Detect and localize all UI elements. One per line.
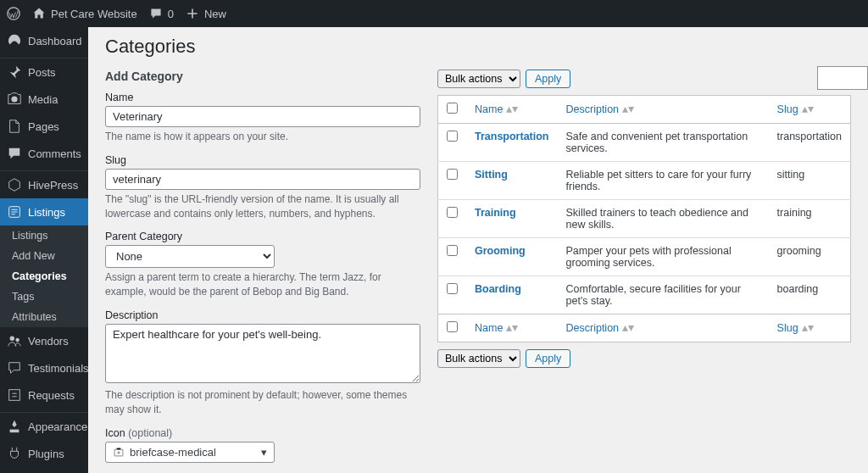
sidebar-item-label: Vendors — [28, 335, 69, 348]
name-help: The name is how it appears on your site. — [105, 130, 420, 144]
apply-button-bottom[interactable]: Apply — [526, 349, 570, 368]
row-slug: training — [769, 200, 851, 238]
row-description: Pamper your pets with professional groom… — [558, 238, 769, 276]
col-description[interactable]: Description▴▾ — [566, 103, 635, 115]
page-body: Categories Add Category Name The name is… — [88, 27, 868, 473]
name-label: Name — [105, 92, 420, 103]
add-category-form: Add Category Name The name is how it app… — [105, 70, 420, 473]
apply-button-top[interactable]: Apply — [526, 70, 570, 88]
svg-point-1 — [11, 96, 17, 102]
sidebar-item-label: Listings — [28, 206, 65, 219]
comment-icon — [7, 146, 22, 161]
page-icon — [7, 119, 22, 134]
wp-logo[interactable] — [7, 7, 20, 20]
row-name-link[interactable]: Sitting — [475, 169, 508, 181]
sort-icon: ▴▾ — [802, 321, 814, 333]
sidebar-item-vendors[interactable]: Vendors — [0, 327, 88, 354]
sidebar-item-label: HivePress — [28, 179, 78, 192]
hivepress-icon — [7, 177, 22, 192]
row-description: Skilled trainers to teach obedience and … — [558, 200, 769, 238]
sort-icon: ▴▾ — [622, 321, 634, 333]
row-checkbox[interactable] — [447, 207, 458, 218]
submenu-item-listings[interactable]: Listings — [0, 225, 88, 246]
select-all-bottom[interactable] — [447, 321, 458, 332]
search-box — [817, 66, 868, 90]
col-name[interactable]: Name▴▾ — [475, 103, 518, 115]
new-label: New — [204, 8, 226, 20]
name-input[interactable] — [105, 106, 420, 127]
col-name-foot[interactable]: Name▴▾ — [475, 322, 518, 334]
description-input[interactable]: Expert healthcare for your pet's well-be… — [105, 324, 420, 383]
sidebar-item-pages[interactable]: Pages — [0, 113, 88, 140]
comments-link[interactable]: 0 — [149, 7, 174, 20]
row-slug: sitting — [769, 162, 851, 200]
col-description-foot[interactable]: Description▴▾ — [566, 322, 635, 334]
sidebar-item-label: Appearance — [28, 420, 87, 433]
admin-sidebar: Dashboard Posts Media Pages Comments Hiv… — [0, 27, 88, 473]
row-checkbox[interactable] — [447, 283, 458, 294]
sidebar-item-posts[interactable]: Posts — [0, 58, 88, 86]
row-checkbox[interactable] — [447, 131, 458, 142]
bulk-actions-select-bottom[interactable]: Bulk actions — [437, 349, 520, 368]
submenu-item-add-new[interactable]: Add New — [0, 246, 88, 266]
sidebar-item-plugins[interactable]: Plugins — [0, 440, 88, 467]
svg-point-4 — [15, 338, 19, 342]
appearance-icon — [7, 419, 22, 434]
row-name-link[interactable]: Boarding — [475, 283, 521, 295]
parent-select[interactable]: None — [105, 245, 275, 268]
sidebar-submenu-listings: Listings Add New Categories Tags Attribu… — [0, 225, 88, 327]
select-all-top[interactable] — [447, 103, 458, 114]
comments-count: 0 — [168, 8, 174, 20]
sidebar-item-testimonials[interactable]: Testimonials — [0, 354, 88, 381]
requests-icon — [7, 387, 22, 403]
sidebar-item-label: Pages — [28, 120, 59, 133]
sidebar-item-media[interactable]: Media — [0, 86, 88, 113]
sidebar-item-label: Dashboard — [28, 35, 82, 47]
table-row: TransportationSafe and convenient pet tr… — [438, 124, 851, 162]
comment-icon — [149, 7, 163, 20]
sidebar-item-comments[interactable]: Comments — [0, 140, 88, 167]
sidebar-item-label: Comments — [28, 147, 81, 160]
row-description: Comfortable, secure facilities for your … — [558, 276, 769, 314]
svg-point-3 — [10, 337, 14, 341]
sidebar-item-appearance[interactable]: Appearance — [0, 413, 88, 440]
categories-table: Name▴▾ Description▴▾ Slug▴▾ Transportati… — [437, 95, 851, 342]
row-checkbox[interactable] — [447, 169, 458, 180]
row-name-link[interactable]: Training — [475, 207, 516, 219]
search-input[interactable] — [817, 66, 868, 90]
parent-help: Assign a parent term to create a hierarc… — [105, 270, 420, 299]
col-slug-foot[interactable]: Slug▴▾ — [777, 322, 814, 334]
categories-table-wrap: Bulk actions Apply Name▴▾ Description▴▾ … — [437, 70, 851, 473]
submenu-item-categories[interactable]: Categories — [0, 266, 88, 287]
plus-icon — [186, 7, 199, 20]
row-slug: grooming — [769, 238, 851, 276]
row-name-link[interactable]: Transportation — [475, 131, 549, 142]
description-help: The description is not prominent by defa… — [105, 388, 420, 417]
slug-input[interactable] — [105, 169, 420, 190]
site-name-text: Pet Care Website — [51, 8, 137, 20]
sidebar-item-listings[interactable]: Listings — [0, 198, 88, 225]
description-label: Description — [105, 309, 420, 321]
row-checkbox[interactable] — [447, 245, 458, 256]
sidebar-item-dashboard[interactable]: Dashboard — [0, 27, 88, 54]
icon-select[interactable]: briefcase-medical ▾ — [105, 442, 275, 463]
col-slug[interactable]: Slug▴▾ — [777, 103, 814, 115]
wordpress-icon — [7, 7, 20, 20]
submenu-item-tags[interactable]: Tags — [0, 287, 88, 307]
table-row: GroomingPamper your pets with profession… — [438, 238, 851, 276]
sidebar-item-requests[interactable]: Requests — [0, 381, 88, 409]
sort-icon: ▴▾ — [802, 103, 814, 114]
row-slug: boarding — [769, 276, 851, 314]
sidebar-item-users[interactable]: Users — [0, 467, 88, 473]
pin-icon — [7, 64, 22, 80]
sidebar-item-hivepress[interactable]: HivePress — [0, 171, 88, 198]
dashboard-icon — [7, 33, 22, 48]
site-name-link[interactable]: Pet Care Website — [32, 7, 137, 20]
new-content-link[interactable]: New — [186, 7, 226, 20]
slug-label: Slug — [105, 154, 420, 166]
bulk-actions-select[interactable]: Bulk actions — [437, 70, 520, 88]
listings-icon — [7, 204, 22, 220]
submenu-item-attributes[interactable]: Attributes — [0, 307, 88, 327]
row-name-link[interactable]: Grooming — [475, 245, 526, 257]
admin-toolbar: Pet Care Website 0 New — [0, 0, 868, 27]
